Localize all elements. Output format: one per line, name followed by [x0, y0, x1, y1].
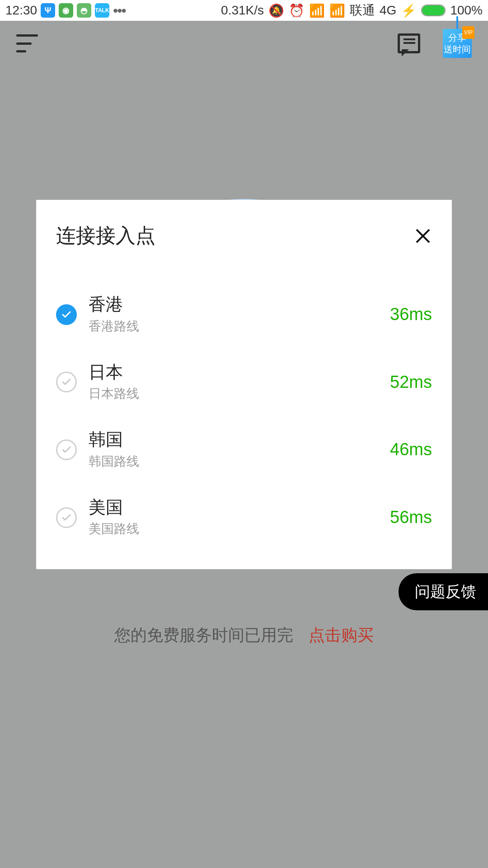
server-text: 美国美国路线 — [89, 497, 390, 538]
server-item[interactable]: 韩国韩国路线46ms — [56, 416, 432, 484]
server-item[interactable]: 美国美国路线56ms — [56, 484, 432, 552]
server-subtitle: 美国路线 — [89, 520, 390, 538]
server-name: 美国 — [89, 497, 390, 518]
charging-icon: ⚡ — [401, 3, 417, 18]
server-ping: 46ms — [390, 440, 432, 459]
carrier-label: 联通 — [350, 2, 375, 19]
feedback-label: 问题反馈 — [415, 583, 476, 600]
status-bar: 12:30 Ψ ◉ ◓ TALK ••• 0.31K/s 🔕 ⏰ 📶 📶 联通 … — [0, 0, 488, 21]
buy-link[interactable]: 点击购买 — [309, 626, 374, 644]
server-text: 香港香港路线 — [89, 294, 390, 335]
radio-unchecked-icon — [56, 439, 77, 460]
bottom-banner: 您的免费服务时间已用完 点击购买 — [0, 624, 488, 646]
status-left: 12:30 Ψ ◉ ◓ TALK ••• — [5, 2, 126, 19]
messages-button[interactable] — [398, 33, 420, 53]
server-item[interactable]: 日本日本路线52ms — [56, 349, 432, 416]
radio-unchecked-icon — [56, 372, 77, 392]
server-subtitle: 韩国路线 — [89, 453, 390, 470]
net-speed: 0.31K/s — [221, 3, 264, 18]
battery-icon — [421, 5, 446, 16]
chat-app-icon: TALK — [95, 3, 109, 18]
server-list: 香港香港路线36ms日本日本路线52ms韩国韩国路线46ms美国美国路线56ms — [56, 281, 432, 551]
radio-checked-icon — [56, 304, 77, 325]
menu-button[interactable] — [16, 34, 38, 52]
more-notifications-icon: ••• — [113, 2, 126, 19]
server-subtitle: 日本路线 — [89, 385, 390, 402]
server-ping: 36ms — [390, 305, 432, 324]
server-name: 香港 — [89, 294, 390, 315]
share-promo-button[interactable]: VIP 分享 送时间 — [443, 29, 472, 58]
usb-icon: Ψ — [41, 3, 55, 18]
alarm-icon: ⏰ — [289, 3, 305, 18]
signal-icon: 📶 — [329, 3, 345, 18]
network-label: 4G — [380, 3, 396, 18]
battery-percent: 100% — [450, 3, 483, 18]
radio-unchecked-icon — [56, 507, 77, 528]
expired-text: 您的免费服务时间已用完 — [114, 626, 293, 644]
app-header: VIP 分享 送时间 — [0, 21, 488, 66]
wifi-icon: 📶 — [309, 3, 325, 18]
server-name: 日本 — [89, 362, 390, 383]
server-name: 韩国 — [89, 429, 390, 450]
location-icon: ◉ — [59, 3, 73, 18]
dialog-title: 连接接入点 — [56, 222, 155, 249]
feedback-button[interactable]: 问题反馈 — [399, 573, 488, 610]
server-subtitle: 香港路线 — [89, 318, 390, 335]
mute-icon: 🔕 — [268, 3, 284, 18]
server-item[interactable]: 香港香港路线36ms — [56, 281, 432, 349]
status-time: 12:30 — [5, 3, 37, 18]
server-ping: 52ms — [390, 373, 432, 392]
status-right: 0.31K/s 🔕 ⏰ 📶 📶 联通 4G ⚡ 100% — [221, 2, 483, 19]
robot-icon: ◓ — [77, 3, 91, 18]
server-text: 韩国韩国路线 — [89, 429, 390, 470]
server-dialog: 连接接入点 香港香港路线36ms日本日本路线52ms韩国韩国路线46ms美国美国… — [36, 200, 452, 569]
server-ping: 56ms — [390, 508, 432, 527]
share-line2: 送时间 — [443, 43, 472, 55]
server-text: 日本日本路线 — [89, 362, 390, 403]
vip-badge: VIP — [462, 26, 474, 39]
close-button[interactable] — [414, 227, 432, 245]
